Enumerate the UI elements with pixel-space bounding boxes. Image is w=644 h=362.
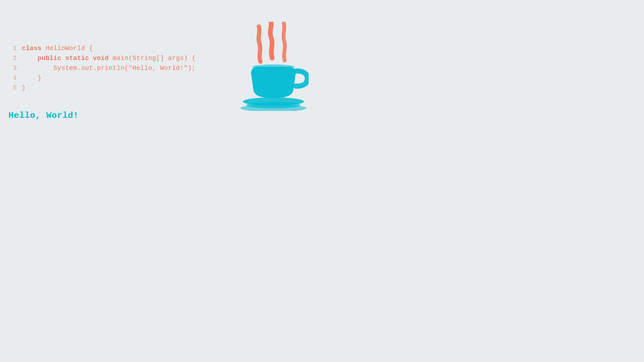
code-line-5: 5 } xyxy=(8,83,196,93)
keyword-public-static-void: public static void xyxy=(38,55,113,62)
keyword-class: class xyxy=(22,45,46,52)
output-text: Hello, World! xyxy=(8,111,79,120)
class-name: HelloWorld { xyxy=(46,45,93,52)
code-content-3: System.out.println("Hello, World!"); xyxy=(22,63,196,73)
line-number-4: 4 xyxy=(8,73,17,83)
code-content-1: class HelloWorld { xyxy=(22,43,93,53)
line-number-1: 1 xyxy=(8,43,17,53)
output-section: Hello, World! xyxy=(8,111,79,120)
line-number-3: 3 xyxy=(8,63,17,73)
code-block: 1 class HelloWorld { 2 public static voi… xyxy=(8,43,196,93)
code-line-1: 1 class HelloWorld { xyxy=(8,43,196,53)
code-content-4: } xyxy=(22,73,42,83)
code-content-5: } xyxy=(22,83,26,93)
svg-point-3 xyxy=(252,64,294,69)
code-content-2: public static void main(String[] args) { xyxy=(22,53,196,63)
line-number-5: 5 xyxy=(8,83,17,93)
java-logo xyxy=(238,22,308,106)
out-keyword: out xyxy=(81,64,93,72)
line-number-2: 2 xyxy=(8,53,17,63)
java-logo-svg xyxy=(238,22,308,111)
code-line-4: 4 } xyxy=(8,73,196,83)
code-line-2: 2 public static void main(String[] args)… xyxy=(8,53,196,63)
method-signature: main(String[] args) { xyxy=(113,55,196,62)
code-line-3: 3 System.out.println("Hello, World!"); xyxy=(8,63,196,73)
